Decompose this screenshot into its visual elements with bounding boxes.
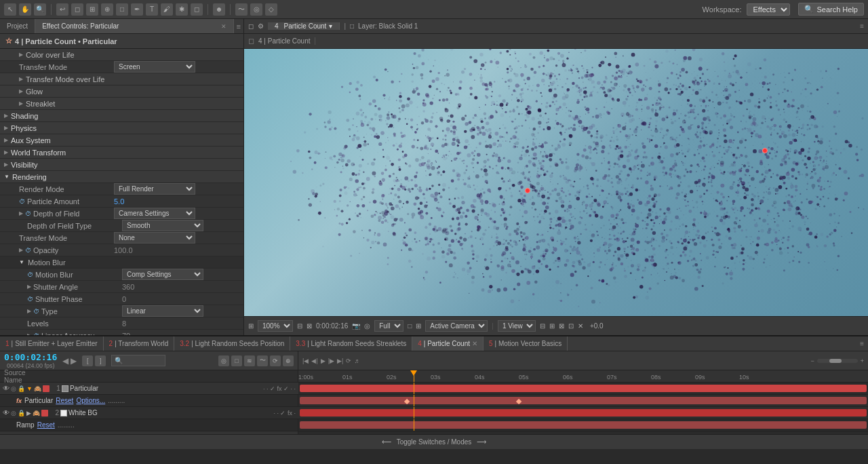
workspace-dropdown[interactable]: Effects — [747, 3, 790, 16]
motion-blur-group-row[interactable]: ▼ Motion Blur — [0, 256, 243, 269]
type-stopwatch-icon[interactable]: ⏱ — [33, 308, 39, 315]
toggle-switches-icon[interactable]: ⟵ — [382, 438, 391, 446]
dof-stopwatch-icon[interactable]: ⏱ — [25, 210, 31, 217]
tl-tab-1[interactable]: 1 | Still Emitter + Layer Emitter — [0, 336, 104, 351]
dof-type-dropdown[interactable]: Smooth — [122, 220, 203, 231]
transfer-mode-over-life-group[interactable]: ▶ Transfer Mode over Life — [0, 73, 243, 85]
solo-icon[interactable]: ◎ — [218, 355, 229, 366]
redo-icon[interactable]: ◻ — [71, 3, 83, 16]
tl-zoom-slider[interactable] — [817, 359, 858, 363]
tl-next-frame-icon[interactable]: ▶ — [71, 356, 77, 366]
graph-icon[interactable]: 〜 — [257, 355, 268, 366]
tl-zoom-in-icon[interactable]: + — [861, 357, 864, 364]
expand-tl-icon[interactable]: ⊕ — [283, 355, 294, 366]
quality-dropdown[interactable]: Full — [374, 320, 403, 332]
toggle-switches-icon2[interactable]: ⟶ — [477, 438, 486, 446]
ramp-reset-btn[interactable]: Reset — [37, 421, 55, 429]
select-tool-icon[interactable]: ↖ — [4, 3, 16, 16]
layer2-collapse-icon[interactable]: ▶ — [26, 410, 31, 417]
reset-btn[interactable]: Reset — [56, 397, 73, 404]
tl-tab-5[interactable]: 5 | Motion Vector Basics — [484, 336, 568, 351]
motion-blur-dropdown[interactable]: Comp Settings — [122, 269, 203, 280]
search-help-button[interactable]: 🔍 Search Help — [798, 3, 864, 16]
zoom-tool-icon[interactable]: 🔍 — [34, 3, 46, 16]
motion-sketch-icon[interactable]: 〜 — [235, 3, 248, 16]
type-dropdown[interactable]: Linear — [122, 305, 203, 317]
layer1-name[interactable]: Particular — [70, 385, 262, 392]
timeline-menu-icon[interactable]: ≡ — [856, 336, 868, 351]
time-ruler[interactable]: 1:00s 01s 02s 03s 04s 05s 06s 07s 08s 09… — [298, 370, 868, 383]
clone-icon[interactable]: ✱ — [176, 3, 188, 16]
aux-system-group[interactable]: ▶ Aux System — [0, 134, 243, 147]
tl-go-start-icon[interactable]: |◀ — [302, 357, 309, 364]
panel-menu-icon[interactable]: ≡ — [234, 19, 243, 33]
view-dropdown[interactable]: Active Camera — [425, 320, 488, 332]
hand-tool-icon[interactable]: ✋ — [19, 3, 31, 16]
tl-search-input[interactable] — [111, 355, 165, 366]
layer1-lock-icon[interactable]: 🔒 — [18, 385, 25, 392]
tl-mark-in-icon[interactable]: [ — [82, 355, 93, 366]
tl-step-back-icon[interactable]: ◀| — [311, 357, 317, 364]
transfer-mode2-dropdown[interactable]: None — [114, 232, 195, 244]
render-mode-dropdown[interactable]: Full Render — [114, 183, 195, 195]
comp-name-tab[interactable]: 4 | Particle Count — [258, 37, 315, 45]
tab-effect-controls[interactable]: Effect Controls: Particular ✕ — [35, 19, 233, 33]
options-btn[interactable]: Options... — [76, 397, 105, 404]
grid-icon[interactable]: ⊞ — [86, 3, 98, 16]
streaklet-group[interactable]: ▶ Streaklet — [0, 98, 243, 110]
stopwatch-icon[interactable]: ⏱ — [19, 198, 25, 205]
tl-prev-frame-icon[interactable]: ◀ — [62, 356, 68, 366]
toggle-switches-label[interactable]: Toggle Switches / Modes — [397, 438, 472, 446]
brush-icon[interactable]: 🖌 — [161, 3, 173, 16]
tab-project[interactable]: Project — [0, 19, 35, 33]
color-over-life-group[interactable]: ▶ Color over Life — [0, 49, 243, 61]
tl-tab-3s[interactable]: 3.3 | Light Random Seeds Streaklets — [290, 336, 412, 351]
tl-zoom-out-icon[interactable]: − — [810, 357, 814, 364]
shading-group[interactable]: ▶ Shading — [0, 110, 243, 122]
glow-group[interactable]: ▶ Glow — [0, 85, 243, 98]
layer1-eye-icon[interactable]: 👁 — [3, 385, 9, 392]
shape-icon[interactable]: ◇ — [265, 3, 277, 16]
tl-play-icon[interactable]: ▶ — [321, 357, 326, 364]
undo-icon[interactable]: ↩ — [56, 3, 68, 16]
mb-stopwatch-icon[interactable]: ⏱ — [27, 271, 33, 278]
tl-step-fwd-icon[interactable]: |▶ — [328, 357, 334, 364]
tl-tab-2[interactable]: 2 | Transform World — [104, 336, 175, 351]
tl-tab-4[interactable]: 4 | Particle Count ✕ — [412, 336, 484, 351]
layer1-solo-icon[interactable]: ◎ — [11, 385, 16, 392]
tl-ram-icon[interactable]: ⟳ — [346, 357, 351, 364]
tab-composition[interactable]: 4 Particle Count ▾ — [268, 22, 340, 30]
layer2-eye-icon[interactable]: 👁 — [3, 409, 9, 417]
eraser-icon[interactable]: ◻ — [191, 3, 203, 16]
particle-amount-value[interactable]: 5.0 — [114, 197, 124, 206]
tl-tab4-close[interactable]: ✕ — [472, 340, 477, 347]
layer2-shy-icon[interactable]: 🙈 — [33, 410, 40, 417]
motion-blur-tl-icon[interactable]: ≋ — [244, 355, 255, 366]
roto-icon[interactable]: ◎ — [250, 3, 262, 16]
puppet-icon[interactable]: ☻ — [213, 3, 225, 16]
transfer-mode-dropdown[interactable]: Screen — [114, 61, 195, 73]
comp-menu-icon[interactable]: ≡ — [860, 22, 864, 30]
depth-of-field-dropdown[interactable]: Camera Settings — [114, 208, 195, 219]
pen-tool-icon[interactable]: ✒ — [131, 3, 143, 16]
zoom-dropdown[interactable]: 100% — [258, 320, 293, 332]
flow-icon[interactable]: ⟳ — [270, 355, 281, 366]
layer2-color-swatch[interactable] — [41, 410, 48, 417]
tl-audio-icon[interactable]: ♬ — [354, 357, 359, 364]
tl-timecode[interactable]: 0:00:02:16 — [4, 352, 57, 362]
physics-group[interactable]: ▶ Physics — [0, 122, 243, 134]
tl-tab-3[interactable]: 3.2 | Light Random Seeds Position — [174, 336, 290, 351]
layer1-shy-icon[interactable]: 🙈 — [34, 385, 41, 392]
num-views-dropdown[interactable]: 1 View — [498, 320, 536, 332]
world-transform-group[interactable]: ▶ World Transform — [0, 147, 243, 159]
layer2-name[interactable]: White BG — [68, 409, 272, 417]
layer1-color-swatch[interactable] — [43, 385, 50, 392]
visibility-group[interactable]: ▶ Visibility — [0, 159, 243, 171]
rendering-group[interactable]: ▼ Rendering — [0, 171, 243, 183]
sp-stopwatch-icon[interactable]: ⏱ — [27, 296, 33, 303]
la-stopwatch-icon[interactable]: ⏱ — [33, 332, 39, 336]
playhead[interactable] — [414, 370, 414, 382]
rect-icon[interactable]: □ — [116, 3, 128, 16]
draft-tl-icon[interactable]: □ — [231, 355, 242, 366]
tl-go-end-icon[interactable]: ▶| — [337, 357, 343, 364]
